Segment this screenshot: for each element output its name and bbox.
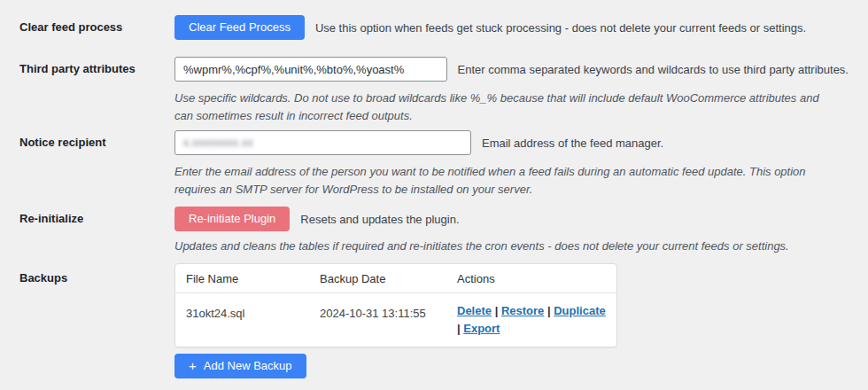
add-new-backup-label: Add New Backup (204, 354, 292, 378)
notice-recipient-description: Email address of the feed manager. (482, 136, 663, 150)
plugin-settings-page: Clear feed process Clear Feed Process Us… (0, 0, 868, 378)
column-header-file-name: File Name (175, 264, 309, 292)
clear-feed-process-button[interactable]: Clear Feed Process (174, 15, 305, 40)
backup-date: 2024-10-31 13:11:55 (309, 293, 446, 347)
notice-recipient-note: Enter the email address of the person yo… (174, 163, 834, 199)
restore-backup-link[interactable]: Restore (501, 304, 544, 317)
third-party-attributes-label: Third party attributes (19, 57, 174, 125)
setting-row-third-party-attributes: Third party attributes Enter comma separ… (19, 57, 849, 125)
reinitialize-note: Updates and cleans the tables if require… (174, 238, 834, 255)
reinitialize-label: Re-initialize (19, 207, 174, 255)
actions-separator: | (547, 304, 551, 317)
setting-row-reinitialize: Re-initialize Re-initiate Plugin Resets … (19, 207, 849, 255)
third-party-attributes-note: Use specific wildcards. Do not use to br… (174, 90, 834, 125)
column-header-backup-date: Backup Date (309, 264, 446, 292)
notice-recipient-input[interactable]: x.xxxxxxxx.xx (174, 130, 471, 155)
export-backup-link[interactable]: Export (463, 322, 500, 335)
setting-row-backups: Backups File Name Backup Date Actions 31… (19, 263, 849, 378)
backup-table-row: 31okt24.sql 2024-10-31 13:11:55 Delete |… (175, 292, 616, 347)
third-party-attributes-description: Enter comma separated keywords and wildc… (458, 63, 849, 76)
reinitiate-plugin-button[interactable]: Re-initiate Plugin (174, 207, 290, 231)
backups-label: Backups (19, 263, 174, 378)
plus-icon: + (189, 354, 197, 378)
reinitialize-description: Resets and updates the plugin. (300, 213, 459, 226)
actions-separator: | (457, 322, 461, 335)
redacted-email-value: x.xxxxxxxx.xx (183, 136, 253, 149)
setting-row-clear-feed-process: Clear feed process Clear Feed Process Us… (19, 15, 849, 40)
third-party-attributes-input[interactable] (174, 57, 447, 82)
backups-table: File Name Backup Date Actions 31okt24.sq… (174, 263, 617, 347)
delete-backup-link[interactable]: Delete (457, 304, 492, 317)
actions-separator: | (495, 304, 499, 317)
backups-table-header-row: File Name Backup Date Actions (175, 264, 616, 292)
clear-feed-process-description: Use this option when feeds get stuck pro… (315, 21, 806, 35)
notice-recipient-label: Notice recipient (19, 130, 174, 199)
add-new-backup-button[interactable]: + Add New Backup (174, 354, 306, 378)
backup-file-name: 31okt24.sql (175, 293, 309, 347)
setting-row-notice-recipient: Notice recipient x.xxxxxxxx.xx Email add… (19, 130, 849, 199)
duplicate-backup-link[interactable]: Duplicate (554, 304, 606, 317)
backup-actions: Delete | Restore | Duplicate | Export (446, 293, 616, 347)
clear-feed-process-label: Clear feed process (19, 15, 174, 40)
column-header-actions: Actions (446, 264, 616, 292)
